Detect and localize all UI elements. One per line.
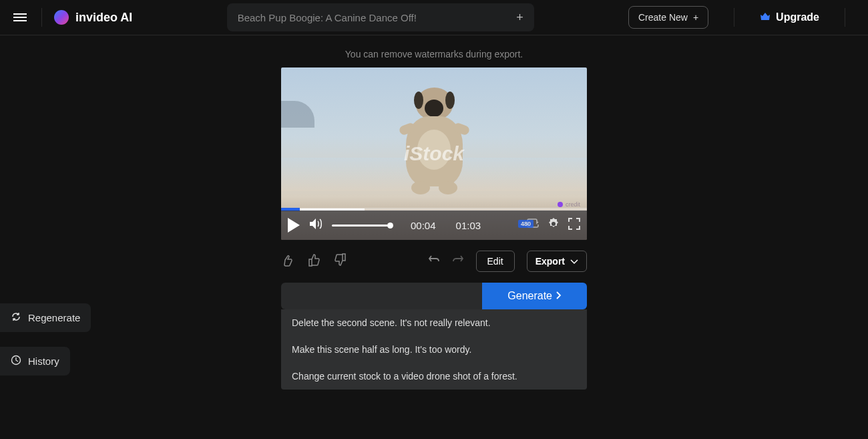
redo-icon[interactable] (452, 254, 464, 269)
side-actions: Regenerate History (0, 303, 91, 376)
current-time: 00:04 (411, 220, 436, 231)
logo-icon (54, 10, 69, 25)
clock-icon (11, 355, 21, 368)
suggestions-dropdown: Delete the second scene. It's not really… (281, 309, 587, 390)
thumbs-up-icon[interactable] (308, 253, 321, 269)
export-label: Export (535, 256, 565, 267)
chevron-right-icon (556, 290, 562, 302)
fullscreen-icon[interactable] (568, 218, 580, 233)
quality-badge: 480 (518, 220, 533, 228)
history-label: History (28, 355, 59, 367)
project-title-input[interactable]: Beach Pup Boogie: A Canine Dance Off! + (227, 3, 534, 31)
plus-icon: + (693, 12, 698, 23)
undo-icon[interactable] (428, 254, 440, 269)
video-preview[interactable]: iStock credit 00:04 01:03 480 (281, 67, 587, 240)
menu-icon[interactable] (11, 9, 29, 26)
main-content: You can remove watermarks during export. (0, 35, 868, 390)
edit-button[interactable]: Edit (476, 251, 515, 272)
logo[interactable]: invideo AI (54, 10, 132, 25)
action-toolbar: Edit Export (281, 240, 587, 283)
export-button[interactable]: Export (527, 251, 587, 272)
clap-icon[interactable] (281, 253, 296, 270)
upgrade-button[interactable]: Upgrade (760, 11, 819, 23)
settings-icon[interactable]: 480 (547, 217, 560, 233)
divider (845, 8, 845, 27)
svg-point-0 (552, 222, 556, 226)
plus-icon[interactable]: + (516, 11, 523, 25)
volume-icon[interactable] (308, 217, 324, 233)
app-header: invideo AI Beach Pup Boogie: A Canine Da… (0, 0, 868, 35)
refresh-icon (11, 311, 21, 324)
stock-credit: credit (558, 201, 580, 208)
header-actions: Create New + Upgrade (628, 6, 857, 29)
logo-text: invideo AI (75, 11, 132, 25)
volume-slider[interactable] (332, 225, 391, 227)
divider (734, 8, 734, 27)
stock-watermark: iStock (404, 142, 464, 165)
prompt-input[interactable] (281, 283, 482, 309)
play-button[interactable] (288, 218, 300, 233)
generate-button[interactable]: Generate (482, 283, 587, 309)
project-title: Beach Pup Boogie: A Canine Dance Off! (238, 12, 417, 23)
crown-icon (760, 12, 771, 23)
create-new-button[interactable]: Create New + (628, 6, 708, 29)
history-button[interactable]: History (0, 347, 70, 376)
create-new-label: Create New (638, 12, 688, 23)
prompt-row: Generate (281, 283, 587, 309)
divider (41, 8, 42, 27)
total-time: 01:03 (456, 220, 481, 231)
regenerate-button[interactable]: Regenerate (0, 303, 91, 332)
chevron-down-icon (570, 256, 578, 267)
generate-label: Generate (507, 290, 552, 302)
suggestion-item[interactable]: Change current stock to a video drone sh… (281, 363, 587, 390)
regenerate-label: Regenerate (28, 312, 80, 323)
suggestion-item[interactable]: Delete the second scene. It's not really… (281, 309, 587, 336)
thumbs-down-icon[interactable] (333, 253, 347, 269)
title-bar: Beach Pup Boogie: A Canine Dance Off! + (132, 3, 628, 31)
video-controls: 00:04 01:03 480 (281, 210, 587, 240)
upgrade-label: Upgrade (776, 11, 819, 23)
watermark-notice: You can remove watermarks during export. (345, 49, 523, 59)
suggestion-item[interactable]: Make this scene half as long. It's too w… (281, 336, 587, 363)
